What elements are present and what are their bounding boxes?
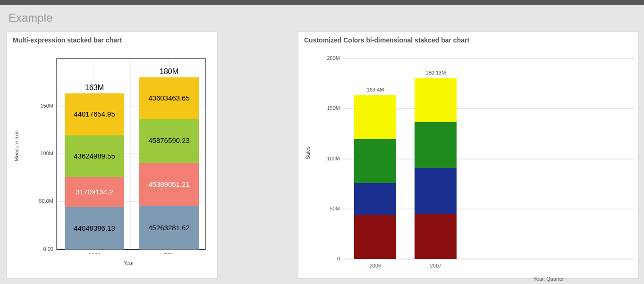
bar-2006[interactable]: 44048386.13 31709134.2 43624989.55 44017… (65, 84, 124, 250)
chart-svg-2[interactable]: 0 50M 100M 150M 200M 163.4M (298, 47, 638, 268)
ylabel-1: Measure axis (14, 130, 19, 161)
bar-2006-b[interactable]: 163.4M (354, 87, 396, 259)
chart-area-1: Measure axis 0.00 50.0M 100M 150M (7, 47, 217, 264)
total: 180M (160, 67, 178, 75)
cards-row: Multi-expression stacked bar chart Measu… (0, 31, 644, 278)
total: 163M (85, 84, 104, 92)
xtick: 2007 (163, 252, 175, 254)
svg-rect-28 (415, 78, 457, 122)
bar-2007[interactable]: 45263281.62 45389051.21 45876590.23 4360… (139, 67, 199, 250)
page-title: Example (0, 5, 644, 31)
val: 43624989.55 (74, 152, 115, 160)
ytick: 150M (327, 105, 340, 111)
xlabel-1: Year (40, 251, 217, 270)
ytick: 100M (40, 150, 53, 156)
ylabel-2: Sales (305, 146, 311, 159)
val: 45876590.23 (148, 136, 190, 144)
xtick: 2006 (370, 263, 381, 268)
svg-rect-26 (415, 168, 457, 214)
chart-card-2: Customized Colors bi-dimensional stakced… (298, 31, 639, 278)
total: 163.4M (367, 87, 384, 92)
chart-area-2: Sales 0 50M 100M 150M 200M (298, 47, 638, 278)
total: 180.13M (426, 70, 446, 75)
chart-title-1: Multi-expression stacked bar chart (7, 32, 217, 47)
val: 45389051.21 (148, 180, 190, 188)
val: 44048386.13 (74, 224, 115, 232)
ytick: 150M (40, 103, 53, 109)
xlabel-2: Year, Quarter (459, 267, 638, 284)
ytick: 0 (337, 256, 340, 261)
xtick: 2006 (89, 252, 100, 254)
top-bar (0, 0, 644, 5)
val: 31709134.2 (76, 188, 113, 196)
ytick: 0.00 (43, 246, 53, 252)
svg-rect-24 (354, 95, 396, 139)
svg-rect-23 (354, 139, 396, 183)
chart-svg-1[interactable]: 0.00 50.0M 100M 150M 44048386.13 3170913… (7, 47, 217, 254)
ytick: 100M (327, 156, 340, 161)
svg-rect-21 (354, 215, 396, 259)
val: 43603463.65 (148, 94, 190, 102)
bar-2007-b[interactable]: 180.13M (415, 70, 457, 259)
ytick: 50M (330, 206, 340, 211)
svg-rect-22 (354, 183, 396, 215)
xtick: 2007 (430, 263, 441, 268)
val: 44017654.95 (74, 110, 115, 118)
val: 45263281.62 (148, 224, 190, 232)
chart-title-2: Customized Colors bi-dimensional stakced… (298, 32, 638, 47)
svg-rect-27 (415, 122, 457, 168)
chart-card-1: Multi-expression stacked bar chart Measu… (7, 31, 218, 278)
ytick: 200M (327, 55, 340, 61)
ytick: 50.0M (39, 198, 53, 204)
svg-rect-25 (415, 214, 457, 259)
